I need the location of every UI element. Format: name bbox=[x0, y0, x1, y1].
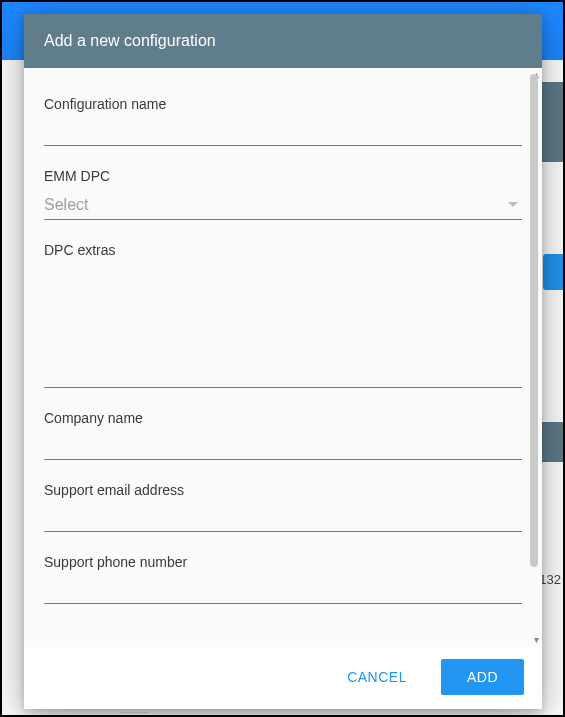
configuration-name-input[interactable] bbox=[44, 116, 522, 146]
emm-dpc-placeholder: Select bbox=[44, 196, 88, 214]
dialog-body[interactable]: Configuration name EMM DPC Select DPC ex… bbox=[24, 68, 542, 647]
emm-dpc-select[interactable]: Select bbox=[44, 188, 522, 220]
support-phone-input[interactable] bbox=[44, 574, 522, 604]
field-dpc-extras: DPC extras bbox=[44, 242, 522, 388]
dialog-body-container: Configuration name EMM DPC Select DPC ex… bbox=[24, 68, 542, 647]
field-support-phone: Support phone number bbox=[44, 554, 522, 604]
scroll-up-icon: ▴ bbox=[534, 70, 539, 80]
support-phone-label: Support phone number bbox=[44, 554, 522, 570]
support-email-label: Support email address bbox=[44, 482, 522, 498]
cancel-button[interactable]: CANCEL bbox=[327, 659, 427, 695]
add-button[interactable]: ADD bbox=[441, 659, 524, 695]
field-emm-dpc: EMM DPC Select bbox=[44, 168, 522, 220]
dpc-extras-label: DPC extras bbox=[44, 242, 522, 258]
dialog-title: Add a new configuration bbox=[24, 14, 542, 68]
company-name-label: Company name bbox=[44, 410, 522, 426]
background-button-fragment bbox=[543, 254, 563, 290]
background-text-fragment: 132 bbox=[539, 572, 561, 587]
add-configuration-dialog: Add a new configuration Configuration na… bbox=[24, 14, 542, 709]
field-company-name: Company name bbox=[44, 410, 522, 460]
dpc-extras-input[interactable] bbox=[44, 262, 522, 388]
company-name-input[interactable] bbox=[44, 430, 522, 460]
field-support-email: Support email address bbox=[44, 482, 522, 532]
support-email-input[interactable] bbox=[44, 502, 522, 532]
emm-dpc-label: EMM DPC bbox=[44, 168, 522, 184]
dialog-footer: CANCEL ADD bbox=[24, 647, 542, 709]
chevron-down-icon bbox=[508, 202, 518, 207]
configuration-name-label: Configuration name bbox=[44, 96, 522, 112]
scroll-down-icon: ▾ bbox=[534, 635, 539, 645]
field-configuration-name: Configuration name bbox=[44, 96, 522, 146]
